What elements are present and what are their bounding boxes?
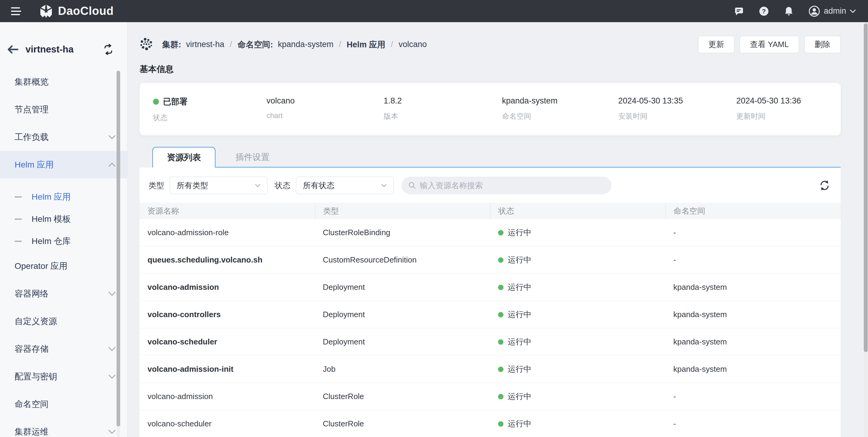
namespace-label: 命名空间 — [502, 112, 618, 121]
sidebar-subitem-helm-apps[interactable]: Helm 应用 — [0, 186, 127, 208]
table-header: 资源名称 类型 状态 命名空间 — [140, 203, 841, 219]
bell-icon[interactable] — [784, 6, 794, 16]
sidebar-item-operator-apps[interactable]: Operator 应用 — [0, 252, 127, 280]
table-row[interactable]: volcano-controllers Deployment 运行中 kpand… — [140, 301, 841, 329]
column-type: 类型 — [315, 203, 491, 219]
namespace-value: kpanda-system — [502, 96, 618, 105]
install-time-value: 2024-05-30 13:35 — [618, 96, 736, 105]
resource-namespace-cell: kpanda-system — [665, 283, 841, 292]
sidebar-item-cluster-ops[interactable]: 集群运维 — [0, 418, 127, 437]
resource-name-cell: queues.scheduling.volcano.sh — [140, 255, 315, 264]
sidebar-menu: 集群概览 节点管理 工作负载 Helm 应用 Helm 应用 Helm 模板 H… — [0, 68, 127, 437]
chart-value: volcano — [267, 96, 383, 105]
resource-type-cell: ClusterRole — [315, 419, 491, 429]
back-arrow-icon[interactable] — [7, 44, 19, 54]
resource-status-cell: 运行中 — [490, 337, 665, 347]
top-bar: DaoCloud ? — [0, 0, 868, 22]
deploy-status-label: 状态 — [153, 113, 267, 123]
tab-bar: 资源列表 插件设置 — [152, 147, 841, 167]
status-text: 运行中 — [508, 337, 531, 347]
update-button[interactable]: 更新 — [698, 36, 735, 53]
table-row[interactable]: volcano-admission-role ClusterRoleBindin… — [140, 219, 841, 246]
dash-icon — [14, 196, 22, 197]
message-icon[interactable] — [734, 6, 744, 16]
breadcrumb-cluster-value[interactable]: virtnest-ha — [186, 40, 224, 49]
table-row[interactable]: queues.scheduling.volcano.sh CustomResou… — [140, 246, 841, 274]
hamburger-menu-icon[interactable] — [11, 7, 21, 15]
breadcrumb-namespace-label: 命名空间: — [238, 39, 273, 50]
resource-name-cell: volcano-admission-role — [140, 228, 315, 237]
resource-name-cell: volcano-admission — [140, 283, 315, 292]
chevron-down-icon — [108, 430, 116, 434]
status-text: 运行中 — [508, 364, 531, 374]
svg-text:?: ? — [762, 8, 766, 14]
sidebar-item-custom-resources[interactable]: 自定义资源 — [0, 307, 127, 335]
status-filter-label: 状态 — [275, 180, 290, 191]
sidebar-item-container-storage[interactable]: 容器存储 — [0, 335, 127, 363]
sidebar-item-helm-apps-group[interactable]: Helm 应用 — [0, 151, 127, 179]
sidebar-item-node-management[interactable]: 节点管理 — [0, 96, 127, 123]
resource-search-box — [402, 177, 612, 194]
tab-plugin-settings[interactable]: 插件设置 — [215, 148, 289, 167]
main-content: 集群: virtnest-ha / 命名空间: kpanda-system / … — [127, 22, 868, 437]
status-dot-icon — [498, 257, 503, 263]
table-row[interactable]: volcano-admission-init Job 运行中 kpanda-sy… — [140, 356, 841, 383]
status-text: 运行中 — [508, 418, 531, 429]
table-row[interactable]: volcano-scheduler ClusterRole 运行中 - — [140, 410, 841, 437]
table-row[interactable]: volcano-admission ClusterRole 运行中 - — [140, 383, 841, 410]
sidebar: virtnest-ha 集群概览 节点管理 工作负载 Helm 应用 Helm … — [0, 22, 127, 437]
basic-info-title: 基本信息 — [140, 63, 868, 75]
resource-type-cell: Deployment — [315, 337, 491, 347]
sidebar-item-workloads[interactable]: 工作负载 — [0, 123, 127, 151]
sidebar-subitem-helm-templates[interactable]: Helm 模板 — [0, 208, 127, 230]
help-icon[interactable]: ? — [759, 6, 769, 17]
breadcrumb-app-name: volcano — [399, 40, 427, 49]
resource-status-cell: 运行中 — [490, 227, 665, 238]
sidebar-item-container-network[interactable]: 容器网络 — [0, 280, 127, 307]
status-text: 运行中 — [508, 227, 531, 238]
column-namespace: 命名空间 — [665, 203, 841, 219]
resource-status-cell: 运行中 — [490, 418, 665, 429]
account-menu[interactable]: admin — [808, 5, 856, 17]
tab-resource-list[interactable]: 资源列表 — [152, 147, 215, 167]
resource-type-cell: ClusterRoleBinding — [315, 228, 491, 237]
status-text: 运行中 — [508, 282, 531, 292]
sidebar-item-config-secrets[interactable]: 配置与密钥 — [0, 363, 127, 390]
breadcrumb-app-type[interactable]: Helm 应用 — [347, 39, 385, 50]
version-label: 版本 — [383, 112, 502, 121]
sidebar-scrollbar-thumb[interactable] — [117, 71, 120, 426]
cluster-name: virtnest-ha — [26, 44, 73, 55]
view-yaml-button[interactable]: 查看 YAML — [740, 36, 799, 53]
search-input[interactable] — [420, 181, 608, 190]
resource-type-cell: CustomResourceDefinition — [315, 255, 491, 264]
brand: DaoCloud — [39, 4, 114, 19]
table-row[interactable]: volcano-admission Deployment 运行中 kpanda-… — [140, 274, 841, 301]
version-value: 1.8.2 — [383, 96, 502, 105]
resource-name-cell: volcano-admission — [140, 392, 315, 401]
resource-name-cell: volcano-scheduler — [140, 419, 315, 429]
chevron-down-icon — [108, 347, 116, 351]
swap-cluster-icon[interactable] — [103, 44, 114, 55]
type-filter-select[interactable]: 所有类型 — [169, 177, 268, 194]
resource-namespace-cell: kpanda-system — [665, 310, 841, 319]
sidebar-item-cluster-overview[interactable]: 集群概览 — [0, 68, 127, 96]
resource-name-cell: volcano-admission-init — [140, 365, 315, 374]
chart-label: chart — [267, 112, 383, 120]
status-filter-select[interactable]: 所有状态 — [296, 177, 394, 194]
refresh-icon[interactable] — [819, 180, 830, 191]
resource-type-cell: ClusterRole — [315, 392, 491, 401]
chevron-up-icon — [108, 163, 116, 167]
resource-namespace-cell: - — [665, 255, 841, 264]
resource-type-cell: Job — [315, 365, 491, 374]
type-filter-label: 类型 — [148, 180, 164, 191]
resource-type-cell: Deployment — [315, 310, 491, 319]
delete-button[interactable]: 删除 — [804, 36, 841, 53]
table-row[interactable]: volcano-scheduler Deployment 运行中 kpanda-… — [140, 329, 841, 356]
page-scrollbar-thumb[interactable] — [864, 23, 868, 352]
sidebar-subitem-helm-repos[interactable]: Helm 仓库 — [0, 230, 127, 252]
sidebar-item-namespaces[interactable]: 命名空间 — [0, 390, 127, 418]
username: admin — [824, 6, 846, 16]
breadcrumb-namespace-value[interactable]: kpanda-system — [278, 40, 334, 49]
install-time-label: 安装时间 — [618, 112, 736, 121]
update-time-label: 更新时间 — [736, 112, 801, 121]
